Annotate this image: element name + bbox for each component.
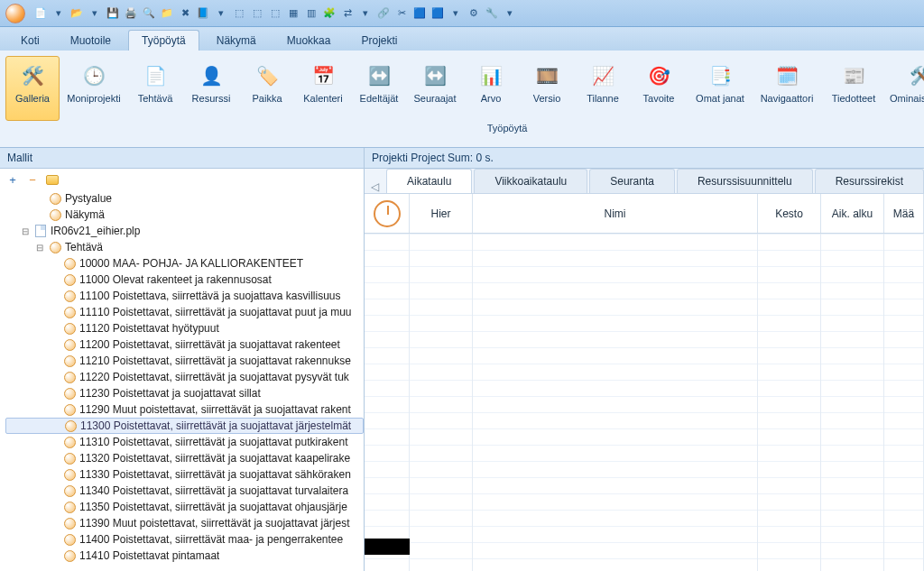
tree-row[interactable]: 11350 Poistettavat, siirrettävät ja suoj… [5, 499, 364, 515]
remove-button[interactable]: − [25, 172, 40, 187]
qat-icon[interactable]: 🧩 [321, 5, 337, 22]
menu-tab-työpöytä[interactable]: Työpöytä [128, 30, 199, 51]
qat-icon[interactable]: 🔍 [141, 5, 157, 22]
tree-row[interactable]: 11210 Poistettavat, siirrettävät ja suoj… [5, 353, 364, 369]
qat-icon[interactable]: 🔗 [375, 5, 392, 22]
ribbon-ominaisuudet[interactable]: 🛠️Ominaisuudet [888, 56, 924, 121]
qat-icon[interactable]: ▾ [51, 5, 67, 22]
ribbon-kalenteri[interactable]: 📅Kalenteri [296, 56, 350, 121]
ribbon-resurssi[interactable]: 👤Resurssi [184, 56, 238, 121]
qat-icon[interactable]: 💾 [105, 5, 121, 22]
tree-row[interactable]: 11300 Poistettavat, siirrettävät ja suoj… [5, 418, 364, 434]
qat-icon[interactable]: ⬚ [267, 5, 283, 22]
grid-body[interactable] [365, 234, 924, 571]
qat-icon[interactable]: ▦ [285, 5, 301, 22]
open-folder-button[interactable] [45, 172, 60, 187]
tree-row[interactable]: 11110 Poistettavat, siirrettävät ja suoj… [5, 304, 364, 320]
qat-icon[interactable]: ▾ [213, 5, 229, 22]
ribbon-arvo[interactable]: 📊Arvo [464, 56, 518, 121]
task-icon [63, 419, 78, 432]
qat-icon[interactable]: ▾ [448, 5, 464, 22]
tree-toggle-icon[interactable]: ⊟ [20, 226, 31, 236]
col-maa[interactable]: Mää [884, 194, 924, 233]
qat-icon[interactable]: 📄 [32, 5, 49, 22]
col-kesto[interactable]: Kesto [758, 194, 821, 233]
qat-icon[interactable]: 📁 [159, 5, 175, 22]
qat-icon[interactable]: 🔧 [484, 5, 500, 22]
app-icon[interactable] [5, 4, 25, 23]
tree-row[interactable]: 11000 Olevat rakenteet ja rakennusosat [5, 272, 364, 288]
ribbon-tehtävä[interactable]: 📄Tehtävä [128, 56, 182, 121]
tree-row[interactable]: 11200 Poistettavat, siirrettävät ja suoj… [5, 336, 364, 353]
add-button[interactable]: + [5, 172, 20, 187]
qat-icon[interactable]: ⬚ [231, 5, 247, 22]
menu-tab-muokkaa[interactable]: Muokkaa [273, 30, 345, 51]
tree-label: 11210 Poistettavat, siirrettävät ja suoj… [79, 355, 351, 367]
qat-icon[interactable]: ⬚ [249, 5, 265, 22]
qat-icon[interactable]: 📘 [195, 5, 211, 22]
qat-icon[interactable]: ✂ [393, 5, 410, 22]
menu-tab-projekti[interactable]: Projekti [347, 30, 411, 51]
ribbon-omat-janat[interactable]: 📑Omat janat [688, 56, 753, 121]
menu-tab-näkymä[interactable]: Näkymä [203, 30, 270, 51]
ribbon-seuraajat[interactable]: ↔️Seuraajat [408, 56, 462, 121]
tree-row[interactable]: 11400 Poistettavat, siirrettävät maa- ja… [5, 531, 364, 548]
ribbon-galleria[interactable]: 🛠️Galleria [5, 56, 60, 121]
ribbon-tilanne[interactable]: 📈Tilanne [576, 56, 630, 121]
tree-row[interactable]: ⊟Tehtävä [5, 239, 364, 255]
tree-row[interactable]: 11220 Poistettavat, siirrettävät ja suoj… [5, 369, 364, 385]
menu-tab-koti[interactable]: Koti [7, 30, 53, 51]
tab-scroll-left-icon[interactable]: ◁ [365, 180, 384, 193]
tree-row[interactable]: 10000 MAA- POHJA- JA KALLIORAKENTEET [5, 255, 364, 272]
tree-row[interactable]: Näkymä [5, 207, 364, 223]
tree-row[interactable]: 11100 Poistettava, siirrettävä ja suojat… [5, 288, 364, 304]
task-icon [62, 322, 77, 335]
tree-row[interactable]: 11290 Muut poistettavat, siirrettävät ja… [5, 401, 364, 418]
qat-icon[interactable]: ▾ [502, 5, 518, 22]
ribbon-icon: 🎯 [643, 60, 674, 91]
ribbon-tiedotteet[interactable]: 📰Tiedotteet [821, 56, 886, 121]
ribbon-versio[interactable]: 🎞️Versio [520, 56, 574, 121]
tree-label: 11320 Poistettavat, siirrettävät ja suoj… [79, 452, 350, 465]
tree-toggle-icon[interactable]: ⊟ [34, 243, 45, 253]
tree-row[interactable]: 11320 Poistettavat, siirrettävät ja suoj… [5, 450, 364, 466]
project-tab-aikataulu[interactable]: Aikataulu [386, 169, 472, 193]
tree-row[interactable]: Pystyalue [5, 190, 364, 207]
tree-row[interactable]: 11310 Poistettavat, siirrettävät ja suoj… [5, 434, 364, 450]
tree-row[interactable]: 11410 Poistettavat pintamaat [5, 548, 364, 564]
project-tab-resurssisuunnittelu[interactable]: Resurssisuunnittelu [677, 169, 813, 193]
col-nimi[interactable]: Nimi [473, 194, 758, 233]
left-pane: Mallit + − PystyalueNäkymä⊟IR06v21_eihie… [0, 148, 365, 571]
col-aik-alku[interactable]: Aik. alku [821, 194, 884, 233]
project-tab-seuranta[interactable]: Seuranta [589, 169, 675, 193]
tree-row[interactable]: 11230 Poistettavat ja suojattavat sillat [5, 385, 364, 401]
qat-icon[interactable]: ▾ [357, 5, 374, 22]
menu-tab-muotoile[interactable]: Muotoile [57, 30, 125, 51]
qat-icon[interactable]: ▾ [87, 5, 103, 22]
tree-scroll[interactable]: PystyalueNäkymä⊟IR06v21_eihier.plp⊟Tehtä… [0, 190, 364, 571]
ribbon-navigaattori[interactable]: 🗓️Navigaattori [754, 56, 819, 121]
col-hier[interactable]: Hier [410, 194, 473, 233]
tree-row[interactable]: 11120 Poistettavat hyötypuut [5, 320, 364, 336]
project-tab-viikkoaikataulu[interactable]: Viikkoaikataulu [474, 169, 587, 193]
qat-icon[interactable]: ⚙ [466, 5, 482, 22]
ribbon-tavoite[interactable]: 🎯Tavoite [632, 56, 686, 121]
qat-icon[interactable]: ▥ [303, 5, 319, 22]
qat-icon[interactable]: ⇄ [339, 5, 356, 22]
qat-icon[interactable]: 📂 [69, 5, 85, 22]
qat-icon[interactable]: 🟦 [411, 5, 428, 22]
tree-row[interactable]: ⊟IR06v21_eihier.plp [5, 223, 364, 239]
tree-row[interactable]: 11330 Poistettavat, siirrettävät ja suoj… [5, 466, 364, 483]
project-title: Projekti Project Sum: 0 s. [365, 148, 924, 169]
ribbon-group-title: Työpöytä [0, 121, 924, 137]
project-tab-resurssirekist[interactable]: Resurssirekist [815, 169, 924, 193]
ribbon-paikka[interactable]: 🏷️Paikka [240, 56, 294, 121]
tree-row[interactable]: 11390 Muut poistettavat, siirrettävät ja… [5, 515, 364, 531]
qat-icon[interactable]: ✖ [177, 5, 193, 22]
qat-icon[interactable]: 🖨️ [123, 5, 139, 22]
qat-icon[interactable]: 🟦 [430, 5, 446, 22]
tree-label: 11410 Poistettavat pintamaat [79, 549, 219, 562]
ribbon-edeltäjät[interactable]: ↔️Edeltäjät [352, 56, 406, 121]
tree-row[interactable]: 11340 Poistettavat, siirrettävät ja suoj… [5, 483, 364, 499]
ribbon-moniprojekti[interactable]: 🕒Moniprojekti [61, 56, 126, 121]
